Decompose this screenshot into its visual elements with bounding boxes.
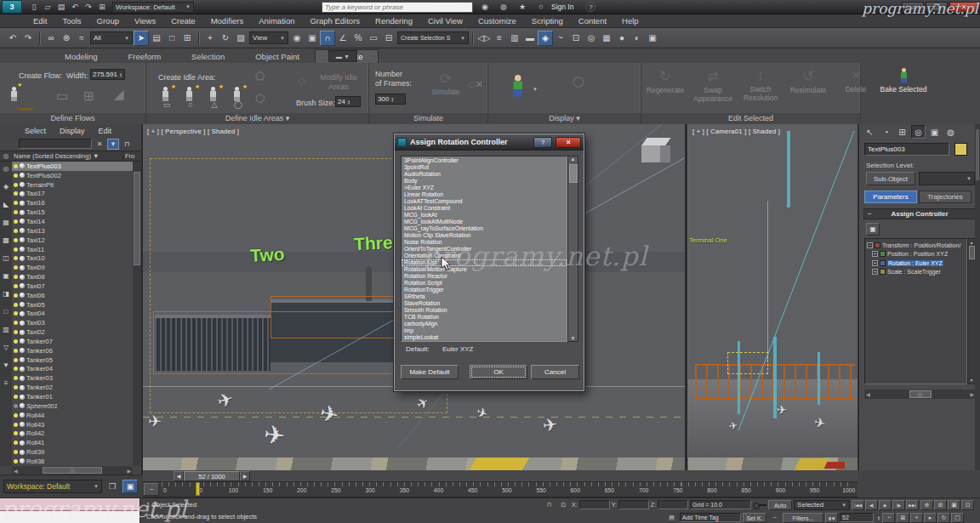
percent-snap-icon[interactable]: % — [350, 31, 366, 46]
ribbon-tab[interactable]: Modeling — [49, 50, 113, 63]
visibility-bulb-icon[interactable] — [14, 247, 18, 252]
zoom-extents-all-icon[interactable]: ⊡ — [961, 500, 974, 510]
expand-icon[interactable]: + — [872, 251, 878, 257]
scene-object-row[interactable]: Tanker04 — [12, 365, 133, 374]
play-button[interactable]: ▶ — [879, 500, 892, 510]
frozen-column-header[interactable]: Fro — [122, 152, 141, 160]
display-shapes-icon[interactable]: ◈ — [1, 181, 11, 191]
ribbon-tab[interactable]: Freeform — [113, 50, 177, 63]
expand-icon[interactable]: + — [872, 269, 878, 275]
scene-object-row[interactable]: Taxi09 — [12, 263, 133, 272]
time-configuration-button[interactable]: ◔ — [882, 513, 895, 523]
key-filters-button[interactable]: Filters... — [783, 513, 823, 523]
assign-controller-button[interactable]: ▣ — [866, 223, 880, 236]
menu-item[interactable]: Civil View — [420, 16, 470, 26]
key-mode-toggle-button[interactable]: ▮◀ — [825, 513, 838, 523]
view-cube[interactable] — [641, 138, 671, 165]
angle-snap-icon[interactable]: ∠ — [335, 31, 350, 46]
scene-object-row[interactable]: Taxi02 — [12, 327, 133, 337]
minimize-button[interactable]: – — [902, 2, 924, 13]
visibility-bulb-icon[interactable] — [14, 413, 18, 418]
project-folder-icon[interactable]: ⊞ — [95, 1, 109, 13]
create-idle-area-circle-icon[interactable]: ★ ◯ — [228, 85, 248, 111]
lock-icon[interactable]: ⊓ — [121, 139, 133, 150]
snap-toggle-icon[interactable]: ∩ — [320, 31, 335, 46]
sub-object-button[interactable]: Sub-Object — [866, 172, 915, 185]
selection-lock-icon[interactable]: ⊓ — [543, 500, 556, 510]
sign-in-link[interactable]: Sign In — [551, 3, 573, 11]
mirror-icon[interactable]: ◁▷ — [476, 31, 492, 46]
menu-item[interactable]: Customize — [470, 16, 524, 26]
display-bones-icon[interactable]: □ — [1, 306, 11, 316]
scene-object-row[interactable]: Taxi11 — [12, 245, 133, 254]
scene-object-row[interactable]: Tanker07 — [12, 337, 133, 346]
search-icon[interactable]: ◉ — [478, 1, 492, 13]
rendered-frame-window-icon[interactable]: ▦ — [599, 31, 614, 46]
camera-viewport[interactable]: Terminal One ✈ ✈ ✈ — [688, 124, 858, 470]
previous-frame-button[interactable]: ◀| — [865, 500, 878, 510]
number-of-frames-spinner[interactable]: 300▲▼ — [375, 94, 406, 105]
scene-object-row[interactable]: Taxi12 — [12, 236, 133, 245]
undo-icon[interactable]: ↶ — [68, 1, 82, 13]
go-to-start-button[interactable]: |◀◀ — [852, 500, 864, 510]
time-tag-icon[interactable]: ▤ — [665, 513, 678, 523]
visibility-bulb-icon[interactable] — [14, 376, 18, 380]
save-file-icon[interactable]: ▤ — [54, 1, 68, 13]
next-frame-button[interactable]: |▶ — [892, 500, 905, 510]
controller-list-item[interactable]: LookATTestCompound — [402, 198, 567, 205]
controller-tree-row[interactable]: + Position : Position XYZ — [865, 250, 966, 259]
idle-shape2-icon[interactable]: ⬡ — [255, 92, 265, 105]
scene-object-row[interactable]: Tanker03 — [12, 373, 133, 383]
object-type-column-icon[interactable]: ◎ — [0, 152, 12, 160]
display-spacewarps-icon[interactable]: ◫ — [1, 253, 11, 263]
controller-list-item[interactable]: LookAt Constraint — [402, 205, 567, 212]
select-and-move-icon[interactable]: + — [202, 31, 218, 46]
named-selection-set-field[interactable]: Create Selection S▼ — [397, 31, 469, 44]
visibility-bulb-icon[interactable] — [14, 339, 18, 344]
scene-object-row[interactable]: Taxi05 — [12, 300, 133, 310]
menu-item[interactable]: Content — [571, 16, 614, 26]
name-column-header[interactable]: Name (Sorted Descending) ▼ — [12, 152, 122, 160]
brush-size-spinner[interactable]: 24▲▼ — [335, 96, 361, 107]
controller-list-item[interactable]: AudioRotation — [402, 171, 567, 178]
controller-list-item[interactable]: Rotation List — [402, 259, 567, 266]
visibility-bulb-icon[interactable] — [14, 395, 18, 399]
scene-object-row[interactable]: Taxi04 — [12, 310, 133, 319]
visibility-bulb-icon[interactable] — [14, 173, 18, 178]
bind-to-space-warp-icon[interactable]: ≈ — [74, 31, 89, 46]
set-keys-key-icon[interactable] — [753, 502, 766, 509]
track-bar[interactable]: ~ 05010015020025030035040045050055060065… — [143, 482, 858, 497]
explorer-vertical-scrollbar[interactable] — [133, 162, 141, 466]
workspace-selector-bottom[interactable]: Workspace: Default▼ — [3, 480, 102, 493]
scene-object-row[interactable]: Tanker01 — [12, 392, 133, 401]
ribbon-toggle-icon[interactable]: ▬ — [522, 31, 538, 46]
scene-object-row[interactable]: Tanker02 — [12, 383, 133, 392]
menu-item[interactable]: Tools — [54, 16, 88, 26]
controller-list-item[interactable]: imp — [402, 327, 567, 334]
open-file-icon[interactable]: ▱ — [41, 1, 54, 13]
display-containers-icon[interactable]: ▥ — [1, 324, 11, 334]
flow-ramp-add-icon[interactable]: ⊞ — [83, 88, 94, 104]
panel-horizontal-scrollbar[interactable]: ◀|||▶ — [864, 389, 976, 399]
next-frame-arrow[interactable]: ▶ — [240, 471, 250, 481]
menu-item[interactable]: Views — [127, 16, 163, 26]
display-style-icon[interactable] — [512, 75, 524, 98]
camera-viewport-label[interactable]: [ + ] [ Camera01 ] [ Shaded ] — [692, 128, 780, 135]
scene-object-row[interactable]: Roll41 — [12, 438, 133, 447]
controller-list-item[interactable]: >Euler XYZ — [402, 185, 567, 191]
unlink-selection-icon[interactable]: ⊗ — [59, 31, 74, 46]
sort-direction-icon[interactable]: ▼ — [1, 360, 11, 370]
maximize-viewport-toggle-icon[interactable]: ▢ — [951, 513, 964, 523]
scene-object-row[interactable]: Sphere001 — [12, 401, 133, 411]
window-crossing-icon[interactable]: ⊞ — [179, 31, 195, 46]
select-and-rotate-icon[interactable]: ↻ — [218, 31, 233, 46]
scene-object-row[interactable]: Taxi17 — [12, 190, 133, 199]
scene-object-row[interactable]: Tanker06 — [12, 346, 133, 355]
isolate-selection-icon[interactable]: ⊡ — [557, 500, 570, 510]
controller-tree[interactable]: − Transform : Position/Rotation/ + Posit… — [864, 238, 967, 384]
redo-icon[interactable]: ↷ — [20, 31, 36, 46]
controller-list[interactable]: 3PointAlignController3pointRotAudioRotat… — [401, 156, 567, 342]
visibility-bulb-icon[interactable] — [14, 459, 18, 463]
menu-item[interactable]: Group — [89, 16, 127, 26]
flow-ramp-icon[interactable]: ▭ — [56, 88, 68, 104]
